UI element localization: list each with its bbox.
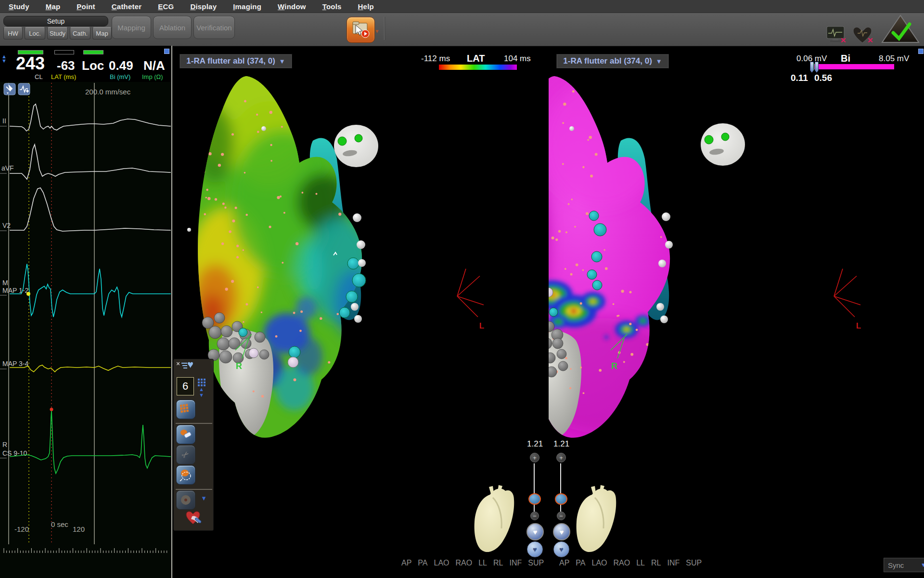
collapse-chevrons-icon[interactable]: ▲▼ <box>1 54 7 63</box>
mesh-erase-tool-button[interactable] <box>176 425 195 444</box>
zoom-out-button[interactable]: − <box>557 512 565 520</box>
verification-button[interactable]: Verification <box>193 16 235 39</box>
patient-orientation-face-icon[interactable] <box>334 125 378 167</box>
menu-window[interactable]: Window <box>278 2 306 11</box>
annotation-marker-yellow[interactable] <box>26 292 30 296</box>
orient-lao[interactable]: LAO <box>592 559 607 567</box>
stepper-up-icon[interactable]: ▲ <box>199 387 204 392</box>
loc-progress-bar <box>83 50 103 54</box>
bi-high-value: 0.56 <box>814 73 832 83</box>
main-toolbar: Setup HW Loc. Study Cath. Map Mapping Ab… <box>0 13 924 46</box>
setup-hw-button[interactable]: HW <box>3 27 23 39</box>
orient-inf[interactable]: INF <box>509 559 522 567</box>
orient-pa[interactable]: PA <box>576 559 585 567</box>
zoom-slider-thumb[interactable] <box>555 493 567 505</box>
patient-orientation-face-icon[interactable] <box>701 123 745 166</box>
sphere-tool-button[interactable] <box>176 490 195 510</box>
lat-value: -63 <box>57 58 75 73</box>
setup-group-title: Setup <box>47 17 65 25</box>
stepper-down-icon[interactable]: ▼ <box>199 393 204 397</box>
point-count-field[interactable]: 6 <box>177 377 194 395</box>
menu-bar: Study Map Point Catheter ECG Display Ima… <box>0 0 924 13</box>
lat-map-mesh[interactable] <box>187 63 373 448</box>
zoom-slider-thumb[interactable] <box>528 493 541 505</box>
orient-sup[interactable]: SUP <box>528 559 544 567</box>
annotation-marker-red[interactable] <box>50 408 53 411</box>
ecg-chart[interactable]: 200.0 mm/sec II aVF V2 M MAP 1-2 MAP 3-4… <box>0 82 172 578</box>
menu-ecg[interactable]: ECG <box>158 2 174 11</box>
heart-clock-icon: ♥ <box>533 545 537 553</box>
cl-value: 243 <box>16 53 45 74</box>
menu-map[interactable]: Map <box>46 2 61 11</box>
right-reference-heart[interactable] <box>574 484 622 559</box>
zoom-in-button[interactable]: + <box>556 453 566 462</box>
ablation-button[interactable]: Ablation <box>153 16 192 39</box>
orient-rao[interactable]: RAO <box>614 559 630 567</box>
orient-ap[interactable]: AP <box>559 559 569 567</box>
orient-rl[interactable]: RL <box>493 559 503 567</box>
menu-imaging[interactable]: Imaging <box>233 2 261 11</box>
orientation-gizmo <box>834 269 860 317</box>
measurement-header: ▲▼ 243 -63 Loc 0.49 N/A CL LAT (ms) Bi (… <box>0 46 172 82</box>
setup-map-button[interactable]: Map <box>92 27 112 39</box>
ecg-panel: ▲▼ 243 -63 Loc 0.49 N/A CL LAT (ms) Bi (… <box>0 46 172 578</box>
voltage-map-mesh[interactable] <box>549 67 679 448</box>
menu-point[interactable]: Point <box>77 2 95 11</box>
add-signal-button[interactable] <box>18 83 30 95</box>
sphere-tool-chevron-icon[interactable]: ▼ <box>201 496 207 500</box>
cine-playback-button[interactable]: ♥ <box>527 541 543 557</box>
menu-display[interactable]: Display <box>190 2 217 11</box>
orient-ll[interactable]: LL <box>636 559 645 567</box>
orient-sup[interactable]: SUP <box>686 559 702 567</box>
orient-rao[interactable]: RAO <box>456 559 473 567</box>
left-map-selector[interactable]: 1-RA flutter abl (374, 0) ▼ <box>180 54 292 68</box>
orient-ap[interactable]: AP <box>401 559 411 567</box>
left-reference-heart[interactable] <box>472 484 520 559</box>
bi-label: Bi (mV) <box>110 73 130 80</box>
heart-settings-icon[interactable] <box>185 510 203 529</box>
bi-scale-title: Bi <box>841 53 850 64</box>
mesh-cut-tool-button[interactable]: ✂ <box>176 445 195 464</box>
orient-pa[interactable]: PA <box>418 559 427 567</box>
zoom-out-button[interactable]: − <box>530 512 539 520</box>
menu-help[interactable]: Help <box>358 2 374 11</box>
panel-indicator[interactable] <box>164 49 169 54</box>
grid-icon[interactable] <box>198 379 205 386</box>
lat-gradient-bar[interactable] <box>439 65 517 70</box>
setup-cath-button[interactable]: Cath. <box>70 27 90 39</box>
bi-color-scale[interactable]: 0.06 mV Bi 8.05 mV 0.11 0.56 <box>789 51 924 84</box>
orient-ll[interactable]: LL <box>478 559 487 567</box>
setup-buttons: HW Loc. Study Cath. Map <box>3 27 112 39</box>
trace-label-avf: aVF <box>1 164 14 172</box>
ecg-tools-button[interactable] <box>4 83 15 95</box>
right-map-selector[interactable]: 1-RA flutter abl (374, 0) ▼ <box>556 54 669 68</box>
sync-mode-selector[interactable]: Sync ▼ <box>884 558 924 572</box>
menu-study[interactable]: Study <box>9 2 29 11</box>
lat-scale-max: 104 ms <box>504 54 531 64</box>
setup-loc-button[interactable]: Loc. <box>25 27 45 39</box>
left-map-selector-value: 1-RA flutter abl (374, 0) <box>186 56 275 66</box>
zoom-in-button[interactable]: + <box>530 453 539 462</box>
orient-inf[interactable]: INF <box>667 559 680 567</box>
fill-view-button[interactable]: ♥ <box>526 523 544 540</box>
bi-gradient-bar[interactable] <box>813 64 894 69</box>
left-view-zoom-control: 1.21 + − ♥ ♥ <box>524 439 545 560</box>
bi-low-slider[interactable] <box>810 62 814 73</box>
panel-indicator[interactable] <box>918 49 924 54</box>
point-collect-button[interactable] <box>346 17 375 43</box>
menu-catheter[interactable]: Catheter <box>112 2 141 11</box>
collect-chevron-icon[interactable]: ▾ <box>375 27 379 35</box>
mapping-button[interactable]: Mapping <box>112 16 151 39</box>
setup-study-button[interactable]: Study <box>47 27 68 39</box>
bi-high-slider[interactable] <box>815 62 819 73</box>
cine-playback-button[interactable]: ♥ <box>553 541 569 557</box>
orient-rl[interactable]: RL <box>651 559 661 567</box>
mesh-fill-tool-button[interactable] <box>176 400 195 419</box>
menu-tools[interactable]: Tools <box>322 2 342 11</box>
imp-value: N/A <box>143 58 165 73</box>
mesh-lasso-tool-button[interactable] <box>176 465 195 485</box>
close-icon[interactable]: × <box>176 360 180 368</box>
fill-view-button[interactable]: ♥ <box>553 523 570 540</box>
orient-lao[interactable]: LAO <box>434 559 449 567</box>
lat-color-scale[interactable]: -112 ms LAT 104 ms <box>414 51 539 77</box>
